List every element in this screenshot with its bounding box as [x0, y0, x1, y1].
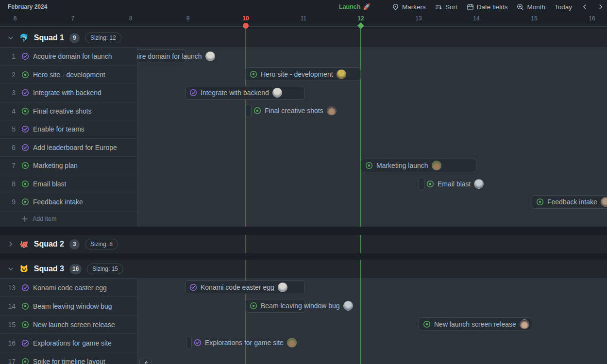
- issue-status-icon: [21, 284, 29, 292]
- date-fields-button[interactable]: Date fields: [467, 3, 508, 11]
- jump-to-bar-button[interactable]: [139, 358, 152, 364]
- plus-icon: [21, 215, 28, 222]
- sizing-badge: Sizing: 12: [85, 33, 121, 43]
- issue-status-icon: [21, 321, 29, 329]
- timeline-bar[interactable]: Feedback intake: [532, 195, 607, 209]
- bar-label: Konami code easter egg: [201, 283, 274, 291]
- row-number: 3: [0, 89, 17, 97]
- table-row[interactable]: 6 Add leaderboard for Europe: [0, 139, 137, 157]
- issue-status-icon: [21, 180, 29, 188]
- row-number: 7: [0, 162, 17, 169]
- issue-status-icon: [21, 89, 29, 97]
- day-label: 16: [577, 15, 607, 22]
- item-title: Add leaderboard for Europe: [33, 144, 117, 151]
- today-marker-dot: [243, 23, 249, 29]
- add-item-label: Add item: [33, 215, 56, 222]
- today-label: Today: [555, 3, 572, 11]
- group-name: Squad 3: [34, 265, 64, 273]
- avatar: [205, 51, 215, 61]
- bar-label: Hero site - development: [261, 70, 333, 78]
- item-title: Explorations for game site: [33, 339, 112, 347]
- row-number: 14: [0, 302, 17, 310]
- markers-label: Markers: [402, 3, 426, 11]
- location-pin-icon: [392, 3, 399, 11]
- day-label-today: 10: [231, 15, 260, 22]
- next-page-button[interactable]: [597, 3, 604, 10]
- timeline-bar-stub[interactable]: [186, 336, 192, 349]
- bar-label: Integrate with backend: [201, 89, 269, 97]
- table-row[interactable]: 5 Enable for teams: [0, 120, 137, 139]
- launch-marker-label[interactable]: Launch 🚀: [339, 3, 371, 10]
- timeline-bar-overflow-label[interactable]: Final creative shots: [253, 104, 337, 117]
- issue-status-icon: [189, 283, 197, 291]
- timeline-bar[interactable]: Beam leaving window bug: [245, 299, 305, 313]
- table-row[interactable]: 4 Final creative shots: [0, 102, 137, 121]
- item-title: Acquire domain for launch: [33, 52, 112, 60]
- table-row[interactable]: 13 Konami code easter egg: [0, 279, 137, 297]
- prev-page-button[interactable]: [581, 3, 588, 10]
- zoom-level-button[interactable]: Month: [517, 3, 545, 11]
- group-header-squad-1[interactable]: 🐬 Squad 1 9 Sizing: 12: [0, 29, 607, 47]
- item-title: Spike for timeline layout: [33, 358, 105, 364]
- timeline-bar-overflow-label[interactable]: Email blast: [426, 177, 484, 191]
- row-number: 17: [0, 358, 17, 364]
- calendar-icon: [467, 3, 474, 11]
- issue-status-icon: [536, 198, 544, 206]
- markers-button[interactable]: Markers: [392, 3, 426, 11]
- item-title: Beam leaving window bug: [33, 302, 112, 310]
- add-item-button[interactable]: Add item: [0, 212, 137, 227]
- issue-status-icon: [250, 302, 257, 310]
- item-count-badge: 3: [69, 239, 80, 249]
- table-row[interactable]: 15 New launch screen release: [0, 315, 137, 334]
- issue-status-icon: [423, 320, 431, 328]
- table-row[interactable]: 1 Acquire domain for launch: [0, 48, 137, 66]
- group-header-squad-2[interactable]: 🐙 Squad 2 3 Sizing: 8: [0, 235, 607, 253]
- rocket-icon: 🚀: [363, 3, 371, 10]
- sort-button[interactable]: Sort: [435, 3, 457, 11]
- timeline-bar-overflow-label[interactable]: Explorations for game site: [194, 336, 297, 349]
- bar-label: Marketing launch: [376, 162, 428, 169]
- date-fields-label: Date fields: [477, 3, 508, 11]
- avatar: [474, 179, 484, 189]
- bar-label: Beam leaving window bug: [261, 302, 340, 310]
- bar-label: Final creative shots: [265, 107, 323, 115]
- issue-status-icon: [21, 358, 29, 364]
- group-divider: [0, 253, 607, 260]
- table-row[interactable]: 9 Feedback intake: [0, 193, 137, 212]
- sizing-badge: Sizing: 15: [87, 264, 123, 274]
- date-header: 6 7 8 9 10 11 12 13 14 15 16: [0, 13, 607, 27]
- timeline-bar[interactable]: Integrate with backend: [185, 86, 305, 99]
- chevron-right-icon: [597, 3, 604, 10]
- item-title: New launch screen release: [33, 321, 115, 329]
- timeline-bar[interactable]: Konami code easter egg: [185, 281, 305, 294]
- timeline-bar-stub[interactable]: [246, 104, 252, 117]
- timeline-bar-stub[interactable]: [419, 177, 424, 191]
- table-row[interactable]: 2 Hero site - development: [0, 66, 137, 84]
- group-emoji: 🐙: [19, 240, 29, 248]
- avatar: [343, 301, 353, 311]
- table-row[interactable]: 16 Explorations for game site: [0, 334, 137, 352]
- group-name: Squad 1: [34, 33, 64, 42]
- table-row[interactable]: 3 Integrate with backend: [0, 84, 137, 102]
- table-row[interactable]: 17 Spike for timeline layout: [0, 352, 137, 364]
- day-label: 7: [58, 15, 87, 22]
- group-header-squad-3[interactable]: 🐱 Squad 3 16 Sizing: 15: [0, 260, 607, 278]
- row-number: 16: [0, 339, 17, 347]
- zoom-in-icon: [517, 3, 524, 11]
- row-number: 8: [0, 180, 17, 188]
- arrow-left-icon: [143, 359, 149, 364]
- today-button[interactable]: Today: [555, 3, 572, 11]
- chevron-down-icon: [7, 265, 14, 272]
- sort-label: Sort: [445, 3, 457, 11]
- item-title: Feedback intake: [33, 198, 83, 206]
- table-row[interactable]: 14 Beam leaving window bug: [0, 297, 137, 315]
- timeline-bar[interactable]: New launch screen release: [419, 317, 532, 331]
- table-row[interactable]: 7 Marketing plan: [0, 157, 137, 175]
- day-label: 9: [173, 15, 202, 22]
- chevron-right-icon: [7, 241, 14, 248]
- table-row[interactable]: 8 Email blast: [0, 175, 137, 194]
- timeline-bar[interactable]: Hero site - development: [245, 67, 361, 81]
- row-number: 9: [0, 198, 17, 206]
- issue-status-icon: [194, 339, 202, 347]
- timeline-bar[interactable]: Marketing launch: [361, 159, 476, 172]
